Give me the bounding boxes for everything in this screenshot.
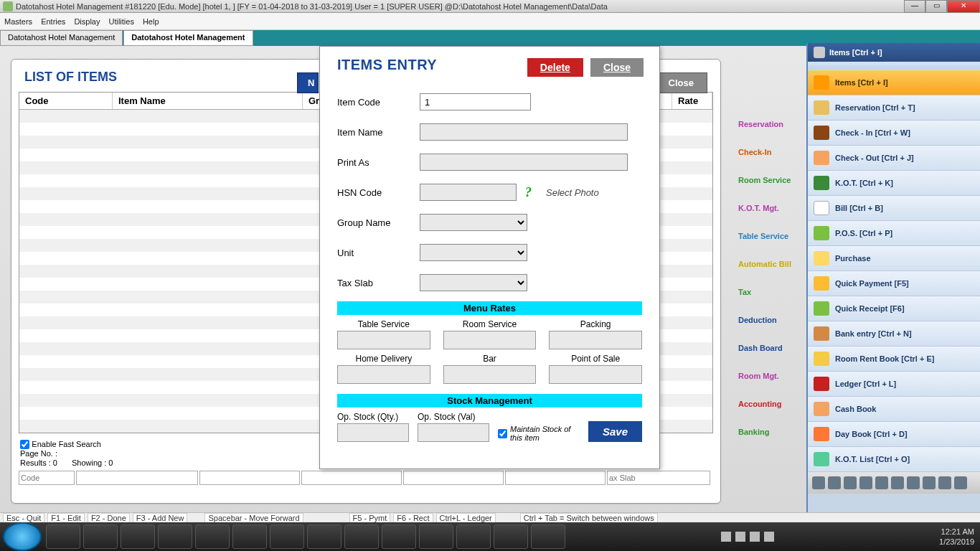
tax-slab-select[interactable] [420,274,527,291]
taskbar-app[interactable] [270,524,304,549]
help-space: Spacebar - Move Forward [204,513,303,523]
start-button[interactable] [3,522,42,551]
clock[interactable]: 12:21 AM 1/23/2019 [933,524,980,550]
taskbar-app[interactable] [382,524,416,549]
maintain-stock-checkbox[interactable] [498,429,507,438]
group-name-select[interactable] [420,214,527,231]
pos-label: Point of Sale [549,354,642,364]
item-code-label: Item Code [337,97,420,108]
packing-input[interactable] [549,331,642,349]
sidebar-item-roomrentbook[interactable]: Room Rent Book [Ctrl + E] [808,347,980,372]
sidebar-item-daybook[interactable]: Day Book [Ctrl + D] [808,422,980,447]
mini-icon[interactable] [875,476,888,489]
close-button[interactable]: ✕ [947,0,980,13]
sidebar-item-items[interactable]: Items [Ctrl + I] [808,70,980,95]
room-service-input[interactable] [443,331,537,349]
maximize-button[interactable]: ▭ [925,0,947,13]
mini-icon[interactable] [812,476,825,489]
col-rate[interactable]: Rate [672,93,712,109]
print-as-input[interactable] [420,154,628,171]
unit-select[interactable] [420,244,527,261]
op-stock-val-input[interactable] [418,423,489,442]
pos-input[interactable] [549,365,642,384]
menu-entries[interactable]: Entries [41,17,65,26]
sidebar-item-quickreceipt[interactable]: Quick Receipt [F6] [808,296,980,321]
save-button[interactable]: Save [588,421,642,442]
taskbar-app[interactable] [344,524,379,549]
op-stock-qty-input[interactable] [337,423,409,442]
sidebar-item-kotlist[interactable]: K.O.T. List [Ctrl + O] [808,447,980,472]
search-4-input[interactable] [301,471,402,485]
menu-help[interactable]: Help [143,17,159,26]
menu-masters[interactable]: Masters [4,17,32,26]
search-code-input[interactable] [19,471,75,485]
bar-input[interactable] [443,365,537,384]
help-esc: Esc - Quit [3,513,44,523]
sidebar-item-reservation[interactable]: Reservation [Ctrl + T] [808,95,980,121]
select-photo-link[interactable]: Select Photo [546,187,599,198]
taskbar-app[interactable] [195,524,230,549]
sidebar-item-checkin[interactable]: Check - In [Ctrl + W] [808,121,980,146]
item-code-input[interactable] [420,93,531,110]
mdi-tab[interactable]: Datotahost Hotel Management [0,30,123,46]
mini-icon[interactable] [923,476,936,489]
help-icon[interactable]: ? [525,185,532,200]
op-stock-val-label: Op. Stock (Val) [418,412,489,422]
mdi-tab-active[interactable]: Datotahost Hotel Management [123,30,253,46]
mini-icon[interactable] [828,476,841,489]
sidebar-item-pos[interactable]: P.O.S. [Ctrl + P] [808,221,980,246]
tray-battery-icon[interactable] [750,532,760,542]
taskbar-app[interactable] [531,524,565,549]
menu-display[interactable]: Display [74,17,100,26]
sidebar-item-purchase[interactable]: Purchase [808,246,980,271]
sidebar-item-checkout[interactable]: Check - Out [Ctrl + J] [808,146,980,171]
delete-button[interactable]: Delete [527,58,583,77]
hsn-input[interactable] [420,184,517,201]
col-code[interactable]: Code [19,93,113,109]
tray-network-icon[interactable] [735,532,745,542]
sidebar-item-ledger[interactable]: Ledger [Ctrl + L] [808,372,980,397]
minimize-button[interactable]: — [904,0,925,13]
sidebar-item-bankentry[interactable]: Bank entry [Ctrl + N] [808,321,980,347]
mini-icon[interactable] [844,476,857,489]
mini-icon[interactable] [907,476,920,489]
menu-utilities[interactable]: Utilities [108,17,133,26]
taskbar-app[interactable] [307,524,341,549]
taskbar-app[interactable] [494,524,528,549]
search-6-input[interactable] [505,471,606,485]
checkin-icon [814,126,829,140]
taskbar-app[interactable] [121,524,155,549]
taskbar-app[interactable] [456,524,491,549]
sidebar-item-bill[interactable]: Bill [Ctrl + B] [808,196,980,221]
help-f1: F1 - Edit [47,513,85,523]
home-delivery-input[interactable] [337,365,430,384]
item-name-input[interactable] [420,123,628,141]
new-button[interactable]: N [297,72,319,93]
help-ctrll: Ctrl+L - Ledger [436,513,496,523]
tray-sound-icon[interactable] [764,532,774,542]
search-slab-input[interactable] [607,471,710,485]
fast-search-checkbox[interactable] [20,440,29,449]
sidebar-grip[interactable] [808,62,980,70]
sidebar-item-cashbook[interactable]: Cash Book [808,397,980,422]
table-service-input[interactable] [337,331,430,349]
mini-icon[interactable] [891,476,904,489]
taskbar-app[interactable] [158,524,192,549]
search-5-input[interactable] [403,471,504,485]
search-name-input[interactable] [76,471,198,485]
col-name[interactable]: Item Name [113,93,303,109]
list-close-button[interactable]: Close [655,72,707,93]
taskbar-app[interactable] [232,524,267,549]
sidebar-item-quickpayment[interactable]: Quick Payment [F5] [808,271,980,296]
mini-icon[interactable] [938,476,951,489]
taskbar-app[interactable] [83,524,118,549]
sidebar-item-kot[interactable]: K.O.T. [Ctrl + K] [808,171,980,196]
purchase-icon [814,251,829,265]
mini-icon[interactable] [859,476,872,489]
taskbar-app[interactable] [46,524,80,549]
taskbar-app[interactable] [419,524,453,549]
tray-chevron-icon[interactable] [721,532,731,542]
dialog-close-button[interactable]: Close [590,58,644,77]
search-3-input[interactable] [199,471,300,485]
mini-icon[interactable] [954,476,967,489]
